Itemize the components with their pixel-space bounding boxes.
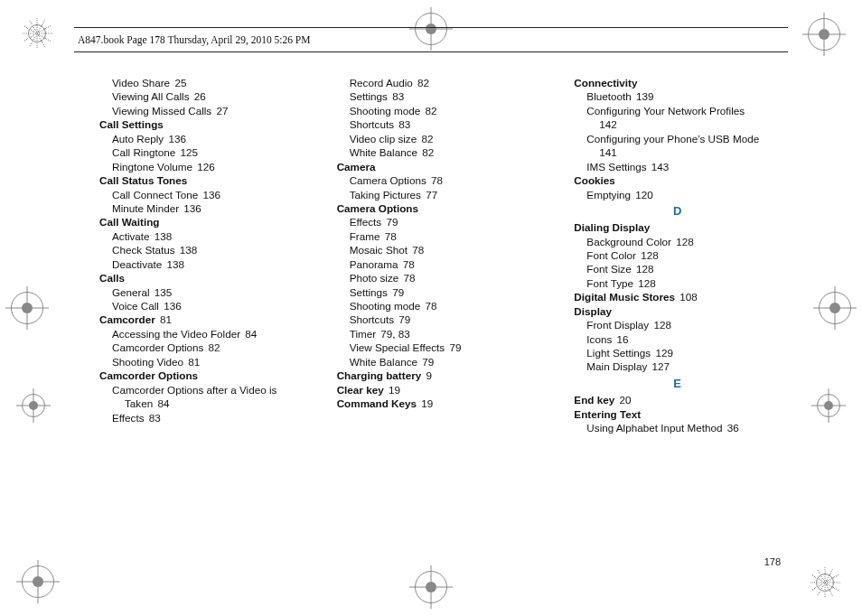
- crop-mark-icon: [22, 394, 45, 417]
- index-entry: Timer 79, 83: [337, 327, 544, 341]
- index-entry: Minute Minder 136: [99, 201, 306, 215]
- index-entry: Camcorder Options 82: [99, 341, 306, 354]
- index-entry: Frame 78: [337, 229, 544, 243]
- index-entry: Photo size 78: [337, 271, 544, 285]
- index-heading: Cookies: [574, 173, 781, 187]
- index-column-1: Video Share 25Viewing All Calls 26Viewin…: [99, 76, 306, 434]
- index-heading: Digital Music Stores 108: [574, 290, 781, 303]
- index-heading: Command Keys 19: [337, 397, 544, 410]
- index-heading: Clear key 19: [337, 383, 544, 397]
- index-entry: IMS Settings 143: [574, 160, 781, 173]
- index-entry: Ringtone Volume 126: [99, 160, 306, 173]
- index-heading: Call Settings: [99, 117, 306, 131]
- index-entry: Viewing Missed Calls 27: [99, 104, 306, 117]
- index-entry: Emptying 120: [574, 188, 781, 201]
- index-entry: Background Color 128: [574, 235, 781, 248]
- index-heading: End key 20: [574, 393, 781, 406]
- index-entry: Shooting mode 78: [337, 299, 544, 313]
- index-column-3: ConnectivityBluetooth 139Configuring You…: [574, 76, 781, 434]
- page-header: A847.book Page 178 Thursday, April 29, 2…: [74, 27, 788, 52]
- index-entry: Call Ringtone 125: [99, 145, 306, 159]
- index-heading: Connectivity: [574, 76, 781, 89]
- index-entry: Mosaic Shot 78: [337, 243, 544, 257]
- index-entry: Font Color 128: [574, 248, 781, 262]
- index-heading: Calls: [99, 271, 306, 285]
- index-entry: Record Audio 82: [337, 76, 544, 89]
- crop-mark-icon: [11, 292, 43, 324]
- index-letter: D: [574, 203, 781, 219]
- index-entry: View Special Effects 79: [337, 341, 544, 354]
- index-heading: Dialing Display: [574, 220, 781, 234]
- index-heading: Entering Text: [574, 407, 781, 421]
- index-entry: Viewing All Calls 26: [99, 89, 306, 103]
- index-entry: Video clip size 82: [337, 132, 544, 145]
- index-letter: E: [574, 376, 781, 391]
- index-entry: Taking Pictures 77: [337, 188, 544, 201]
- index-entry: White Balance 82: [337, 145, 544, 159]
- crop-mark-icon: [415, 571, 447, 603]
- index-entry: Activate 138: [99, 229, 306, 243]
- index-entry: Bluetooth 139: [574, 89, 781, 103]
- index-heading: Charging battery 9: [337, 369, 544, 382]
- index-entry: Effects 83: [99, 411, 306, 425]
- index-heading: Camcorder 81: [99, 313, 306, 326]
- index-entry: Auto Reply 136: [99, 132, 306, 145]
- index-entry: White Balance 79: [337, 355, 544, 369]
- index-entry-page: 141: [574, 145, 781, 159]
- index-entry: Call Connect Tone 136: [99, 188, 306, 201]
- index-entry-page: 142: [574, 117, 781, 131]
- index-entry: Font Size 128: [574, 262, 781, 275]
- crop-mark-icon: [22, 565, 54, 598]
- index-entry: Front Display 128: [574, 318, 781, 331]
- index-heading: Camera: [337, 160, 544, 173]
- index-entry: Panorama 78: [337, 257, 544, 271]
- index-entry: Settings 83: [337, 89, 544, 103]
- index-heading: Camera Options: [337, 201, 544, 215]
- index-entry: Shooting Video 81: [99, 355, 306, 369]
- header-text: A847.book Page 178 Thursday, April 29, 2…: [78, 34, 310, 45]
- index-column-2: Record Audio 82Settings 83Shooting mode …: [337, 76, 544, 434]
- page-body: Video Share 25Viewing All Calls 26Viewin…: [99, 76, 781, 562]
- index-entry: Icons 16: [574, 332, 781, 346]
- page-number: 178: [764, 556, 781, 567]
- index-heading: Call Status Tones: [99, 173, 306, 187]
- index-entry: General 135: [99, 285, 306, 299]
- index-entry: Using Alphabet Input Method 36: [574, 421, 781, 434]
- index-entry: Accessing the Video Folder 84: [99, 327, 306, 341]
- index-entry: Check Status 138: [99, 243, 306, 257]
- index-entry: Configuring Your Network Profiles: [574, 104, 781, 117]
- crop-mark-icon: [810, 567, 840, 598]
- index-entry: Voice Call 136: [99, 299, 306, 313]
- index-heading: Camcorder Options: [99, 369, 306, 382]
- index-entry: Font Type 128: [574, 276, 781, 290]
- index-entry: Light Settings 129: [574, 346, 781, 359]
- index-entry: Configuring your Phone’s USB Mode: [574, 132, 781, 145]
- index-entry: Effects 79: [337, 215, 544, 229]
- index-entry: Camera Options 78: [337, 173, 544, 187]
- index-entry: Shortcuts 79: [337, 313, 544, 326]
- index-entry: Deactivate 138: [99, 257, 306, 271]
- crop-mark-icon: [817, 394, 840, 417]
- index-entry: Camcorder Options after a Video is: [99, 383, 306, 397]
- index-heading: Call Waiting: [99, 215, 306, 229]
- index-entry: Shooting mode 82: [337, 104, 544, 117]
- index-entry: Shortcuts 83: [337, 117, 544, 131]
- crop-mark-icon: [22, 18, 52, 49]
- index-entry: Main Display 127: [574, 359, 781, 373]
- index-entry: Settings 79: [337, 285, 544, 299]
- index-entry: Taken 84: [99, 397, 306, 410]
- index-entry: Video Share 25: [99, 76, 306, 89]
- index-columns: Video Share 25Viewing All Calls 26Viewin…: [99, 76, 781, 434]
- crop-mark-icon: [819, 292, 851, 324]
- crop-mark-icon: [808, 18, 840, 51]
- index-heading: Display: [574, 304, 781, 318]
